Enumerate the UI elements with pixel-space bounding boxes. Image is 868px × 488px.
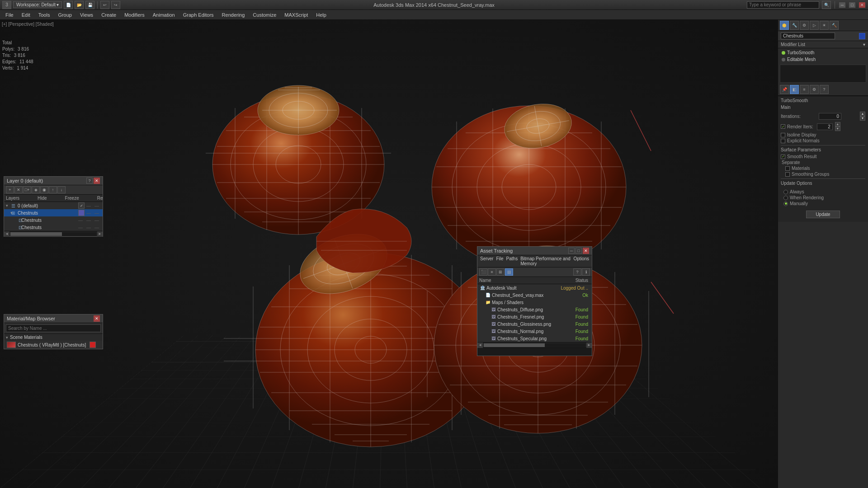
material-chestnuts-item[interactable]: Chestnuts ( VRayMtl ) [Chestnuts] bbox=[4, 341, 103, 349]
layers-new-btn[interactable]: + bbox=[6, 186, 14, 193]
new-btn[interactable]: 📄 bbox=[64, 1, 73, 9]
asset-close-btn[interactable]: ✕ bbox=[583, 248, 589, 254]
menu-graph-editors[interactable]: Graph Editors bbox=[179, 11, 217, 19]
asset-menu-file[interactable]: File bbox=[496, 256, 503, 266]
modifier-editable-mesh[interactable]: Editable Mesh bbox=[780, 56, 866, 63]
minimize-btn[interactable]: ─ bbox=[839, 2, 846, 8]
asset-row-glossiness[interactable]: 🖼 Chestnuts_Glossiness.png Found bbox=[477, 320, 592, 328]
asset-menu-paths[interactable]: Paths bbox=[506, 256, 518, 266]
asset-row-maps-folder[interactable]: 📁 Maps / Shaders bbox=[477, 299, 592, 306]
when-rendering-radio[interactable] bbox=[783, 196, 788, 200]
render-iters-input[interactable] bbox=[817, 123, 833, 130]
menu-help[interactable]: Help bbox=[312, 11, 330, 19]
modifier-mode-icon[interactable]: ◧ bbox=[790, 85, 799, 94]
modifier-list-icon[interactable]: ≡ bbox=[800, 85, 809, 94]
render-iters-down[interactable]: ▼ bbox=[835, 127, 840, 131]
asset-minimize-btn[interactable]: ─ bbox=[568, 248, 575, 254]
scroll-left-btn[interactable]: ◄ bbox=[4, 231, 9, 237]
create-tab-icon[interactable]: ⬢ bbox=[780, 21, 789, 30]
menu-customize[interactable]: Customize bbox=[249, 11, 280, 19]
smooth-result-checkbox[interactable] bbox=[781, 155, 785, 159]
layers-add-obj-btn[interactable]: □+ bbox=[23, 186, 31, 193]
open-btn[interactable]: 📂 bbox=[75, 1, 84, 9]
asset-help-btn[interactable]: ? bbox=[573, 268, 581, 276]
asset-row-autodesk-vault[interactable]: 🏦 Autodesk Vault Logged Out .. bbox=[477, 284, 592, 291]
menu-file[interactable]: File bbox=[2, 11, 17, 19]
render-iters-checkbox[interactable] bbox=[781, 124, 785, 129]
asset-maximize-btn[interactable]: □ bbox=[576, 248, 582, 254]
layer-row-default[interactable]: ▾ ☰ 0 (default) ✓ — — bbox=[4, 202, 103, 209]
modifier-list-dropdown[interactable]: ▾ bbox=[863, 42, 865, 47]
menu-modifiers[interactable]: Modifiers bbox=[121, 11, 148, 19]
asset-tool-3[interactable]: ⊞ bbox=[496, 268, 505, 276]
object-name-input[interactable] bbox=[781, 33, 835, 39]
layers-down-btn[interactable]: ↓ bbox=[57, 186, 66, 193]
asset-row-normal[interactable]: 🖼 Chestnuts_Normal.png Found bbox=[477, 328, 592, 335]
modify-tab-icon[interactable]: 🔧 bbox=[790, 21, 799, 30]
layers-help-btn[interactable]: ? bbox=[86, 178, 93, 184]
layer-row-chestnuts-1[interactable]: ▾ ⊞ Chestnuts — — bbox=[4, 209, 103, 216]
display-tab-icon[interactable]: ☀ bbox=[820, 21, 829, 30]
materials-checkbox[interactable] bbox=[785, 166, 790, 171]
search-icon[interactable]: 🔍 bbox=[822, 1, 831, 9]
layer-row-chestnuts-2[interactable]: ⊡ Chestnuts — — — bbox=[4, 216, 103, 224]
isoline-checkbox[interactable] bbox=[781, 133, 785, 137]
menu-rendering[interactable]: Rendering bbox=[218, 11, 249, 19]
layers-highlight-btn[interactable]: ◉ bbox=[40, 186, 48, 193]
redo-btn[interactable]: ↪ bbox=[111, 1, 120, 9]
iterations-down[interactable]: ▼ bbox=[860, 116, 865, 121]
layers-close-btn[interactable]: ✕ bbox=[94, 178, 100, 184]
layer-row-chestnuts-3[interactable]: ⊡ Chestnuts — — — bbox=[4, 224, 103, 231]
workspace-dropdown[interactable]: Workspace: Default ▾ bbox=[13, 1, 62, 8]
undo-btn[interactable]: ↩ bbox=[100, 1, 109, 9]
smoothing-groups-checkbox[interactable] bbox=[785, 172, 790, 177]
viewport[interactable]: [+] [Perspective] [Shaded] Total Polys: … bbox=[0, 20, 778, 488]
keyword-search[interactable] bbox=[747, 1, 819, 9]
scroll-track[interactable] bbox=[10, 232, 96, 236]
asset-tool-4[interactable]: ▤ bbox=[505, 268, 513, 276]
scroll-right-btn[interactable]: ► bbox=[97, 231, 103, 237]
maximize-btn[interactable]: □ bbox=[849, 2, 856, 8]
menu-create[interactable]: Create bbox=[98, 11, 120, 19]
asset-scroll-track[interactable] bbox=[484, 343, 585, 347]
modifier-options-icon[interactable]: ⚙ bbox=[810, 85, 819, 94]
asset-row-specular[interactable]: 🖼 Chestnuts_Specular.png Found bbox=[477, 335, 592, 342]
menu-group[interactable]: Group bbox=[54, 11, 75, 19]
asset-row-diffuse[interactable]: 🖼 Chestnuts_Diffuse.png Found bbox=[477, 306, 592, 313]
material-close-btn[interactable]: ✕ bbox=[94, 315, 100, 322]
save-btn[interactable]: 💾 bbox=[85, 1, 94, 9]
asset-menu-bitmap[interactable]: Bitmap Performance and Memory bbox=[520, 256, 571, 266]
material-color-swatch[interactable] bbox=[90, 342, 96, 348]
asset-menu-server[interactable]: Server bbox=[480, 256, 493, 266]
menu-maxscript[interactable]: MAXScript bbox=[281, 11, 311, 19]
layers-delete-btn[interactable]: ✕ bbox=[14, 186, 23, 193]
layers-up-btn[interactable]: ↑ bbox=[49, 186, 57, 193]
scene-materials-header[interactable]: ▾ Scene Materials bbox=[4, 334, 103, 341]
pin-modifier-icon[interactable]: 📌 bbox=[780, 85, 789, 94]
always-radio[interactable] bbox=[783, 190, 788, 194]
layer-check-2[interactable] bbox=[78, 210, 85, 216]
motion-tab-icon[interactable]: ▷ bbox=[810, 21, 819, 30]
update-button[interactable]: Update bbox=[806, 211, 840, 218]
explicit-normals-checkbox[interactable] bbox=[781, 139, 785, 143]
asset-row-fresnel[interactable]: 🖼 Chestnuts_Fresnel.png Found bbox=[477, 313, 592, 320]
asset-scroll-left[interactable]: ◄ bbox=[477, 343, 483, 348]
layer-check-1[interactable]: ✓ bbox=[78, 202, 85, 209]
layers-select-btn[interactable]: ◈ bbox=[32, 186, 40, 193]
manually-radio[interactable] bbox=[783, 202, 788, 206]
object-color-swatch[interactable] bbox=[859, 33, 865, 39]
utilities-tab-icon[interactable]: 🔨 bbox=[830, 21, 839, 30]
material-search-input[interactable] bbox=[6, 324, 101, 332]
modifier-help-icon[interactable]: ? bbox=[820, 85, 829, 94]
menu-animation[interactable]: Animation bbox=[149, 11, 179, 19]
render-iters-up[interactable]: ▲ bbox=[835, 122, 840, 127]
modifier-turbosmooth[interactable]: TurboSmooth bbox=[780, 49, 866, 56]
asset-menu-options[interactable]: Options bbox=[574, 256, 589, 266]
asset-row-max-file[interactable]: 📄 Chestnut_Seed_vray.max Ok bbox=[477, 291, 592, 299]
always-option[interactable]: Always bbox=[783, 189, 863, 194]
manually-option[interactable]: Manually bbox=[783, 201, 863, 206]
menu-edit[interactable]: Edit bbox=[18, 11, 34, 19]
menu-tools[interactable]: Tools bbox=[35, 11, 54, 19]
asset-scroll-right[interactable]: ► bbox=[586, 343, 592, 348]
close-btn[interactable]: ✕ bbox=[859, 2, 866, 8]
